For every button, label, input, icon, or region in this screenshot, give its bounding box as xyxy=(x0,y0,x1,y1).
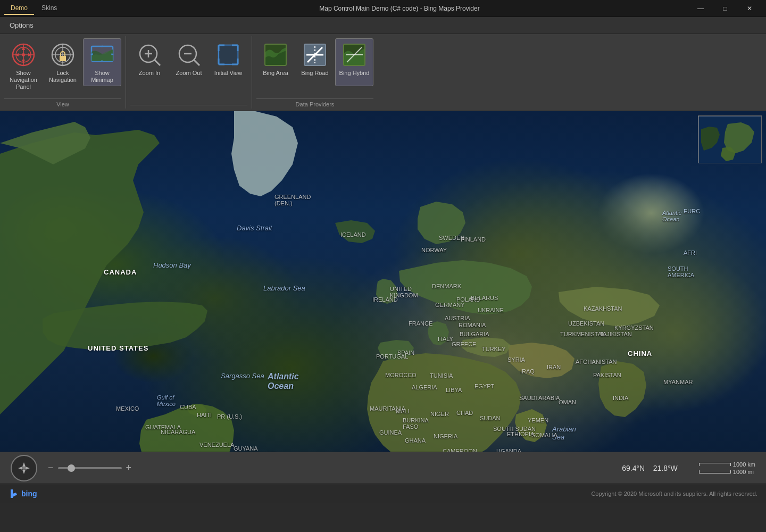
bing-road-icon xyxy=(302,42,328,68)
status-left: − + xyxy=(11,455,131,481)
svg-point-53 xyxy=(22,467,26,470)
show-minimap-icon xyxy=(89,42,115,68)
zoom-slider[interactable] xyxy=(58,467,122,469)
svg-marker-4 xyxy=(22,46,25,50)
toolbar-group-view: Show Navigation Panel Lock Navigation xyxy=(0,36,126,109)
show-nav-label: Show Navigation Panel xyxy=(7,70,40,91)
show-minimap-label: Show Minimap xyxy=(86,70,119,84)
svg-marker-5 xyxy=(22,60,25,63)
map-svg xyxy=(0,111,766,452)
data-providers-group-label: Data Providers xyxy=(256,98,373,109)
lock-nav-label: Lock Navigation xyxy=(46,70,79,84)
bing-area-button[interactable]: Bing Area xyxy=(256,38,295,86)
latitude: 69.4°N xyxy=(622,464,645,472)
scale-km-label: 1000 km xyxy=(733,461,755,468)
statusbar: − + 69.4°N 21.8°W 1000 km 1000 mi xyxy=(0,452,766,484)
bing-hybrid-label: Bing Hybrid xyxy=(339,70,370,77)
zoom-slider-thumb xyxy=(68,464,75,472)
view-buttons: Show Navigation Panel Lock Navigation xyxy=(4,36,121,98)
svg-marker-7 xyxy=(28,53,32,56)
zoom-out-button[interactable]: Zoom Out xyxy=(170,38,208,86)
bing-logo: bing xyxy=(9,488,37,499)
scale-mi-graphic xyxy=(699,470,731,473)
show-navigation-panel-button[interactable]: Show Navigation Panel xyxy=(4,38,43,94)
minimap xyxy=(698,115,762,163)
bing-road-button[interactable]: Bing Road xyxy=(296,38,334,86)
status-right: 69.4°N 21.8°W 1000 km 1000 mi xyxy=(622,461,755,475)
zoom-group-label xyxy=(130,105,247,109)
svg-line-25 xyxy=(194,60,199,65)
window-title: Map Control Main Demo (C# code) - Bing M… xyxy=(111,5,688,12)
svg-marker-52 xyxy=(26,467,30,470)
scale-mi: 1000 mi xyxy=(699,469,754,475)
minimap-inner xyxy=(698,116,761,163)
zoom-out-label: Zoom Out xyxy=(176,70,202,77)
maximize-button[interactable]: □ xyxy=(713,0,737,17)
scale-bar: 1000 km 1000 mi xyxy=(699,461,755,475)
scale-mi-label: 1000 mi xyxy=(733,469,754,475)
initial-view-label: Initial View xyxy=(214,70,242,77)
scale-km-graphic xyxy=(699,463,731,466)
view-group-label: View xyxy=(4,98,121,109)
minimize-button[interactable]: — xyxy=(688,0,713,17)
svg-point-8 xyxy=(22,53,25,56)
zoom-in-icon xyxy=(137,42,162,68)
tab-demo[interactable]: Demo xyxy=(4,2,34,15)
bing-area-label: Bing Area xyxy=(263,70,288,77)
svg-marker-51 xyxy=(18,467,22,470)
svg-rect-13 xyxy=(60,56,66,61)
bing-text: bing xyxy=(21,489,37,498)
zoom-control: − + xyxy=(48,462,131,473)
zoom-buttons: Zoom In Zoom Out xyxy=(130,36,247,105)
titlebar: Demo Skins Map Control Main Demo (C# cod… xyxy=(0,0,766,17)
zoom-out-icon xyxy=(176,42,202,68)
scale-km: 1000 km xyxy=(699,461,755,468)
svg-marker-6 xyxy=(15,53,19,56)
titlebar-tabs: Demo Skins xyxy=(4,2,63,15)
toolbar-group-zoom: Zoom In Zoom Out xyxy=(126,36,252,109)
svg-rect-27 xyxy=(219,45,238,64)
show-nav-icon xyxy=(11,42,36,68)
longitude: 21.8°W xyxy=(653,464,678,472)
bing-area-icon xyxy=(263,42,288,68)
zoom-in-label: Zoom In xyxy=(139,70,160,77)
menu-options[interactable]: Options xyxy=(4,19,39,31)
toolbar: Show Navigation Panel Lock Navigation xyxy=(0,34,766,111)
bing-hybrid-icon xyxy=(342,42,367,68)
toolbar-group-data-providers: Bing Area Bing Road xyxy=(252,36,378,109)
initial-view-button[interactable]: Initial View xyxy=(209,38,247,86)
map-container[interactable]: CANADA UNITED STATES BRAZIL CHINA Labrad… xyxy=(0,111,766,452)
lock-navigation-button[interactable]: Lock Navigation xyxy=(44,38,82,86)
svg-marker-49 xyxy=(22,462,26,467)
menubar: Options xyxy=(0,17,766,34)
zoom-minus[interactable]: − xyxy=(48,462,54,473)
data-provider-buttons: Bing Area Bing Road xyxy=(256,36,373,98)
show-minimap-button[interactable]: Show Minimap xyxy=(83,38,121,86)
copyright-text: Copyright © 2020 Microsoft and its suppl… xyxy=(591,491,757,497)
close-button[interactable]: ✕ xyxy=(737,0,762,17)
lock-nav-icon xyxy=(50,42,76,68)
tab-skins[interactable]: Skins xyxy=(35,2,63,15)
zoom-plus[interactable]: + xyxy=(126,462,132,473)
coordinates: 69.4°N 21.8°W xyxy=(622,464,678,472)
svg-marker-50 xyxy=(22,470,26,474)
window-controls: — □ ✕ xyxy=(688,0,762,17)
svg-line-22 xyxy=(154,60,160,65)
zoom-in-button[interactable]: Zoom In xyxy=(130,38,169,86)
bing-hybrid-button[interactable]: Bing Hybrid xyxy=(335,38,373,86)
bottombar: bing Copyright © 2020 Microsoft and its … xyxy=(0,484,766,503)
navigation-control[interactable] xyxy=(11,455,37,481)
bing-road-label: Bing Road xyxy=(301,70,328,77)
initial-view-icon xyxy=(215,42,241,68)
